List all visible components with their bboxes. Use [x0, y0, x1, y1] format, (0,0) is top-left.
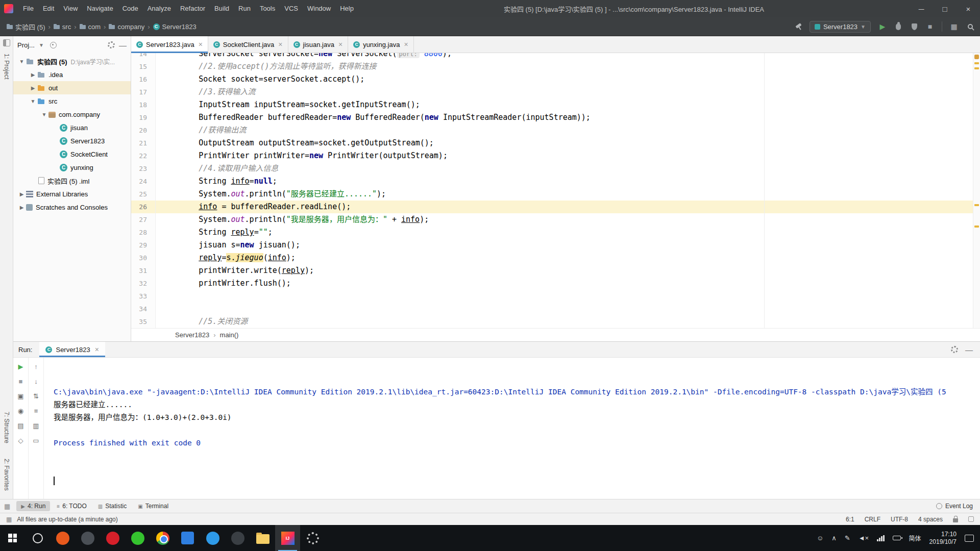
code-text[interactable]: BufferedReader bufferedReader=new Buffer…	[156, 111, 591, 124]
code-text[interactable]: //获得输出流	[156, 124, 246, 137]
clear-button[interactable]: ▭	[32, 436, 41, 445]
code-text[interactable]: //5.关闭资源	[156, 315, 248, 328]
rerun-button[interactable]: ▶	[16, 362, 26, 371]
pen-icon[interactable]: ✎	[845, 534, 850, 542]
gear-icon[interactable]	[108, 41, 115, 48]
menu-window[interactable]: Window	[303, 0, 335, 17]
file-encoding[interactable]: UTF-8	[891, 516, 908, 523]
tree-item-socketclient[interactable]: CSocketClient	[13, 147, 131, 161]
code-text[interactable]: OutputStream outputStream=socket.getOutp…	[156, 137, 434, 149]
code-text[interactable]: ServerSocket serverSocket=new ServerSock…	[156, 53, 452, 60]
coverage-button[interactable]	[910, 22, 919, 31]
chevron-right-icon[interactable]: ▶	[29, 72, 37, 78]
dump-threads-button[interactable]: ▤	[16, 421, 26, 430]
scroll-to-end-button[interactable]: ≡	[32, 406, 41, 415]
caret-position[interactable]: 6:1	[846, 516, 854, 523]
line-number[interactable]: 25	[131, 188, 156, 201]
code-line-15[interactable]: 15 //2.使用accept()方法阻止等待监听，获得新连接	[131, 60, 973, 73]
code-text[interactable]	[156, 303, 162, 315]
code-line-34[interactable]: 34	[131, 303, 973, 315]
run-tab[interactable]: C Server1823 ×	[39, 342, 105, 357]
android-app-icon[interactable]	[225, 525, 250, 551]
code-line-33[interactable]: 33	[131, 290, 973, 303]
code-line-27[interactable]: 27 System.out.println("我是服务器，用户信息为：" + i…	[131, 213, 973, 226]
menu-refactor[interactable]: Refactor	[176, 0, 210, 17]
chevron-down-icon[interactable]: ▼	[40, 112, 48, 117]
breadcrumb-item-src[interactable]: src	[52, 23, 72, 31]
code-text[interactable]: //3.获得输入流	[156, 86, 255, 98]
code-text[interactable]: String reply="";	[156, 226, 273, 239]
code-line-24[interactable]: 24 String info=null;	[131, 175, 973, 188]
line-number[interactable]: 19	[131, 111, 156, 124]
tree-item-server1823[interactable]: CServer1823	[13, 134, 131, 147]
tab-socketclient-java[interactable]: CSocketClient.java×	[208, 36, 288, 53]
code-text[interactable]: reply=s.jieguo(info);	[156, 252, 296, 264]
code-line-20[interactable]: 20 //获得输出流	[131, 124, 973, 137]
line-number[interactable]: 31	[131, 264, 156, 277]
code-line-19[interactable]: 19 BufferedReader bufferedReader=new Buf…	[131, 111, 973, 124]
menu-tools[interactable]: Tools	[255, 0, 280, 17]
code-line-28[interactable]: 28 String reply="";	[131, 226, 973, 239]
people-icon[interactable]: ☺	[817, 534, 823, 542]
menu-vcs[interactable]: VCS	[280, 0, 303, 17]
tool-window-switcher-icon[interactable]: ▦	[6, 516, 12, 523]
chevron-right-icon[interactable]: ▶	[17, 205, 26, 210]
firefox-icon[interactable]	[50, 525, 75, 551]
menu-file[interactable]: File	[18, 0, 38, 17]
close-icon[interactable]: ×	[338, 40, 342, 48]
chevron-right-icon[interactable]: ▶	[29, 85, 37, 91]
stop-button[interactable]: ■	[925, 22, 935, 31]
line-number[interactable]: 21	[131, 137, 156, 149]
close-icon[interactable]: ×	[95, 345, 99, 354]
tree-item-yunxing[interactable]: Cyunxing	[13, 161, 131, 174]
code-text[interactable]: //4.读取用户输入信息	[156, 162, 278, 175]
code-line-29[interactable]: 29 jisuan s=new jisuan();	[131, 239, 973, 252]
tool-window-button-4-run[interactable]: ▶4: Run	[16, 501, 50, 511]
breadcrumb-item-company[interactable]: company	[107, 23, 146, 31]
line-number[interactable]: 32	[131, 277, 156, 290]
editor-scrollbar[interactable]	[973, 53, 980, 328]
tab-yunxing-java[interactable]: Cyunxing.java×	[348, 36, 413, 53]
line-number[interactable]: 30	[131, 252, 156, 264]
tree-item-com-company[interactable]: ▼com.company	[13, 108, 131, 121]
line-number[interactable]: 17	[131, 86, 156, 98]
run-console[interactable]: C:\java\bin\java.exe "-javaagent:D:\Inte…	[44, 358, 980, 499]
hide-panel-icon[interactable]: ―	[965, 346, 973, 354]
code-line-18[interactable]: 18 InputStream inputStream=socket.getInp…	[131, 98, 973, 111]
tool-stripe-project[interactable]: 1: Project	[3, 51, 10, 83]
code-line-17[interactable]: 17 //3.获得输入流	[131, 86, 973, 98]
code-text[interactable]: System.out.println("我是服务器，用户信息为：" + info…	[156, 213, 429, 226]
code-line-32[interactable]: 32 printWriter.flush();	[131, 277, 973, 290]
tree-item-实验四-5-iml[interactable]: 实验四 (5) .iml	[13, 174, 131, 187]
code-line-30[interactable]: 30 reply=s.jieguo(info);	[131, 252, 973, 264]
close-button[interactable]: ×	[957, 0, 980, 17]
menu-navigate[interactable]: Navigate	[82, 0, 117, 17]
code-text[interactable]: String info=null;	[156, 175, 277, 188]
start-button[interactable]	[0, 525, 25, 551]
code-text[interactable]: InputStream inputStream=socket.getInputS…	[156, 98, 420, 111]
notification-center-icon[interactable]	[965, 535, 974, 542]
code-line-22[interactable]: 22 PrintWriter printWriter=new PrintWrit…	[131, 149, 973, 162]
code-text[interactable]: jisuan s=new jisuan();	[156, 239, 300, 252]
menu-view[interactable]: View	[59, 0, 82, 17]
opera-icon[interactable]	[100, 525, 125, 551]
cortana-search-button[interactable]	[25, 525, 50, 551]
tool-window-button-statistic[interactable]: ▥Statistic	[93, 501, 131, 511]
menu-build[interactable]: Build	[210, 0, 234, 17]
project-view-select[interactable]: Proj...	[17, 41, 35, 49]
tab-server1823-java[interactable]: CServer1823.java×	[131, 36, 208, 53]
pin-button[interactable]: ◇	[16, 436, 26, 445]
screenshot-button[interactable]: ▣	[16, 391, 26, 400]
line-number[interactable]: 23	[131, 162, 156, 175]
network-icon[interactable]	[877, 535, 885, 541]
close-icon[interactable]: ×	[404, 40, 408, 48]
scroll-up-button[interactable]: ↑	[32, 362, 41, 371]
hide-panel-icon[interactable]: ―	[119, 41, 127, 49]
line-number[interactable]: 27	[131, 213, 156, 226]
code-text[interactable]: Socket socket=serverSocket.accept();	[156, 73, 364, 86]
run-button[interactable]: ▶	[878, 22, 887, 31]
search-icon[interactable]	[966, 22, 975, 31]
tree-item-实验四-5[interactable]: ▼实验四 (5)D:\java学习\实...	[13, 55, 131, 68]
line-number[interactable]: 28	[131, 226, 156, 239]
line-number[interactable]: 20	[131, 124, 156, 137]
